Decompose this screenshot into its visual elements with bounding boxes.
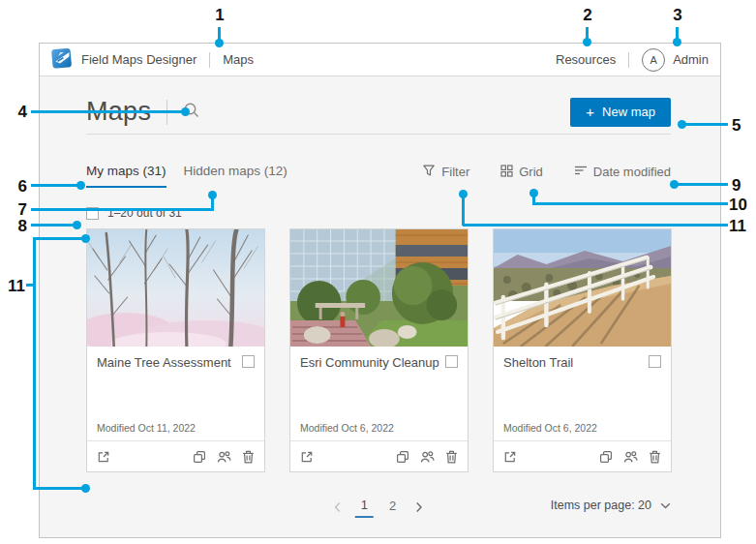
grid-view-button[interactable]: Grid: [500, 164, 543, 180]
delete-icon[interactable]: [445, 450, 458, 464]
card-title: Shelton Trail: [503, 355, 573, 371]
prev-page-icon[interactable]: [330, 499, 346, 515]
callout-number-11-left: 11: [4, 277, 25, 296]
card-body: Shelton Trail Modified Oct 6, 2022: [494, 347, 671, 440]
callout-dot-1: [215, 39, 224, 47]
open-map-icon[interactable]: [503, 450, 517, 464]
navbar-right: Resources A Admin: [556, 48, 709, 72]
map-card-shelton-trail[interactable]: Shelton Trail Modified Oct 6, 2022: [493, 228, 672, 472]
tabs-row: My maps (31) Hidden maps (12) Filter: [86, 164, 671, 188]
top-navbar: Field Maps Designer Maps Resources A Adm…: [40, 44, 720, 76]
user-avatar[interactable]: A: [642, 48, 665, 72]
card-modified-date: Modified Oct 11, 2022: [97, 422, 255, 434]
callout-line-10: [533, 202, 728, 205]
callout-number-10: 10: [729, 196, 750, 215]
items-per-page-label: Items per page: 20: [551, 499, 651, 512]
callout-line-11l-vertical: [33, 237, 36, 490]
callout-line-5: [684, 123, 728, 126]
card-title: Maine Tree Assessment: [97, 355, 231, 371]
sort-label: Date modified: [593, 165, 671, 179]
map-card-maine-tree[interactable]: Maine Tree Assessment Modified Oct 11, 2…: [86, 228, 265, 472]
page-1-button[interactable]: 1: [355, 496, 374, 518]
card-modified-date: Modified Oct 6, 2022: [300, 422, 458, 434]
callout-number-4: 4: [6, 103, 27, 122]
callout-dot-10: [529, 189, 538, 197]
card-body: Maine Tree Assessment Modified Oct 11, 2…: [87, 347, 264, 440]
card-checkbox[interactable]: [649, 355, 661, 368]
thumbnail-white-fence-dirt-trail[interactable]: [494, 229, 671, 347]
callout-line-8: [31, 224, 76, 227]
card-title: Esri Community Cleanup: [300, 355, 439, 371]
navbar-divider-2: [628, 52, 629, 68]
callout-dot-4: [181, 107, 190, 116]
card-checkbox[interactable]: [242, 355, 255, 368]
callout-line-7: [31, 208, 214, 211]
callout-dot-2: [583, 38, 591, 46]
app-window: Field Maps Designer Maps Resources A Adm…: [39, 43, 721, 538]
callout-line-4: [31, 110, 184, 113]
view-controls: Filter Grid: [422, 164, 671, 180]
callout-line-11r: [463, 224, 728, 227]
callout-number-11-right: 11: [729, 217, 750, 236]
user-name[interactable]: Admin: [673, 52, 709, 67]
pager: 1 2: [330, 496, 427, 518]
esri-logo-icon: [51, 47, 73, 73]
map-card-esri-cleanup[interactable]: Esri Community Cleanup Modified Oct 6, 2…: [289, 228, 469, 472]
callout-number-8: 8: [6, 217, 27, 236]
callout-line-6: [31, 184, 79, 187]
thumbnail-bare-winter-trees[interactable]: [87, 229, 264, 347]
new-map-label: New map: [602, 105, 655, 119]
share-group-icon[interactable]: [623, 450, 638, 464]
page-header: Maps + New map: [86, 102, 671, 135]
sort-lines-icon: [574, 165, 588, 179]
next-page-icon[interactable]: [411, 499, 427, 515]
thumbnail-campus-building-garden[interactable]: [290, 229, 468, 347]
callout-number-3: 3: [667, 6, 688, 25]
callout-dot-7: [208, 191, 217, 199]
page-2-button[interactable]: 2: [383, 497, 402, 517]
grid-label: Grid: [519, 165, 543, 179]
filter-funnel-icon: [422, 164, 436, 180]
callout-number-2: 2: [577, 6, 598, 25]
nav-item-maps[interactable]: Maps: [223, 52, 254, 67]
callout-line-11rb: [462, 196, 465, 226]
open-map-icon[interactable]: [300, 450, 314, 464]
callout-dot-9: [670, 180, 679, 189]
card-checkbox[interactable]: [445, 355, 458, 368]
callout-dot-8: [73, 221, 81, 229]
tab-hidden-maps[interactable]: Hidden maps (12): [184, 164, 287, 186]
callout-dot-11l-bottom: [81, 484, 90, 493]
duplicate-icon[interactable]: [599, 450, 613, 464]
share-group-icon[interactable]: [420, 450, 435, 464]
open-map-icon[interactable]: [97, 450, 110, 464]
navbar-divider: [209, 52, 210, 68]
brand: Field Maps Designer: [51, 47, 197, 73]
callout-number-6: 6: [6, 177, 27, 196]
card-grid: Maine Tree Assessment Modified Oct 11, 2…: [86, 228, 671, 472]
tab-my-maps[interactable]: My maps (31): [86, 164, 166, 188]
delete-icon[interactable]: [242, 450, 255, 464]
new-map-button[interactable]: + New map: [570, 98, 671, 127]
card-footer: [290, 440, 468, 471]
screenshot-canvas: Field Maps Designer Maps Resources A Adm…: [0, 0, 756, 544]
share-group-icon[interactable]: [217, 450, 231, 464]
callout-line-11l-bottom: [33, 487, 83, 490]
app-title: Field Maps Designer: [81, 52, 197, 67]
delete-icon[interactable]: [649, 450, 661, 464]
callout-dot-5: [678, 120, 686, 129]
callout-dot-11l-top: [81, 234, 90, 243]
resources-link[interactable]: Resources: [556, 52, 616, 67]
duplicate-icon[interactable]: [193, 450, 206, 464]
callout-number-9: 9: [732, 176, 753, 196]
sort-button[interactable]: Date modified: [574, 164, 671, 180]
content-area: Maps + New map My maps (31) Hidden maps …: [40, 76, 720, 537]
items-per-page-dropdown[interactable]: Items per page: 20: [551, 499, 671, 512]
chevron-down-icon: [660, 499, 671, 512]
filter-button[interactable]: Filter: [422, 164, 469, 180]
plus-icon: +: [586, 105, 594, 119]
card-footer: [87, 440, 264, 471]
card-footer: [494, 440, 671, 471]
callout-dot-3: [673, 38, 681, 46]
callout-dot-11r: [459, 190, 468, 198]
duplicate-icon[interactable]: [396, 450, 409, 464]
